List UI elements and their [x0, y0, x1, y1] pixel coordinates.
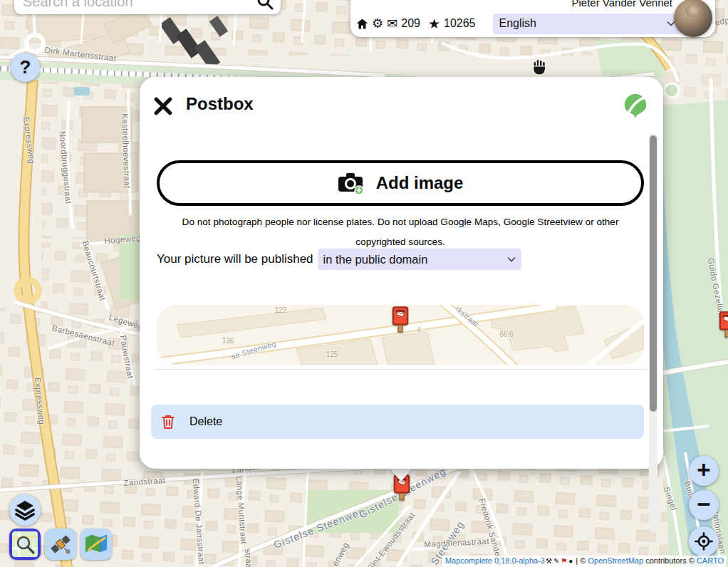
messages-icon[interactable]: ✉: [387, 17, 397, 30]
home-icon[interactable]: [356, 18, 368, 30]
license-select[interactable]: in the public domain: [318, 249, 521, 270]
search-bar: [14, 0, 281, 14]
copyright-symbol: ©: [689, 556, 695, 565]
location-minimap[interactable]: 122136125466;6se Steenwegrkstraat: [157, 305, 644, 365]
basemap-osm-button[interactable]: [9, 529, 41, 560]
copyright-symbol: ©: [580, 556, 586, 565]
popup-pointer: [388, 467, 414, 482]
layers-button[interactable]: [9, 494, 41, 526]
language-value: English: [499, 17, 536, 30]
zoom-in-button[interactable]: +: [689, 456, 719, 486]
carto-link[interactable]: CARTO: [697, 556, 724, 565]
help-button[interactable]: ?: [11, 53, 40, 82]
attribution-separator: |: [576, 556, 578, 565]
license-label: Your picture will be published: [157, 252, 313, 266]
popup-scrollbar-thumb[interactable]: [650, 135, 657, 412]
popup-header: Postbox: [140, 77, 663, 131]
chevron-down-icon: [507, 256, 516, 262]
folded-map-icon: [84, 532, 108, 556]
plus-icon: +: [697, 458, 710, 482]
contributors-text: contributors: [645, 556, 686, 565]
crosshair-icon: [695, 532, 713, 551]
zoom-out-button[interactable]: −: [689, 490, 719, 520]
user-panel: Pieter Vander Vennet ⚙ ✉ 209 ★ 10265 Eng…: [350, 0, 715, 37]
osm-link[interactable]: OpenStreetMap: [588, 556, 643, 565]
delete-label: Delete: [189, 415, 222, 428]
language-select[interactable]: English: [493, 14, 681, 34]
postbox-marker-edge[interactable]: [718, 311, 728, 338]
mapcomplete-version-link[interactable]: Mapcomplete 0.18.0-alpha-3: [445, 556, 545, 565]
globe-icon[interactable]: ●: [568, 557, 573, 565]
license-row: Your picture will be published in the pu…: [157, 249, 521, 270]
user-avatar[interactable]: [674, 0, 712, 37]
stats-icon[interactable]: ⚒: [546, 557, 552, 565]
flag-icon[interactable]: ⚑: [561, 557, 567, 565]
search-icon[interactable]: [256, 0, 274, 10]
satellite-icon: [48, 532, 73, 556]
help-label: ?: [20, 56, 31, 78]
delete-button[interactable]: Delete: [151, 405, 644, 439]
add-image-button[interactable]: Add image: [157, 160, 644, 206]
license-value: in the public domain: [323, 253, 428, 266]
divider: [154, 369, 647, 370]
trash-icon: [161, 414, 175, 430]
messages-count: 209: [401, 17, 420, 30]
postbox-popup: Postbox Add i: [140, 77, 663, 469]
image-license-notice: Do not photograph people nor license pla…: [157, 212, 644, 252]
search-input[interactable]: [14, 0, 256, 10]
pencil-icon[interactable]: ✎: [553, 557, 559, 565]
mapcomplete-logo: [622, 93, 649, 120]
layers-icon: [14, 499, 36, 521]
camera-plus-icon: [338, 172, 365, 194]
attribution-bar: Mapcomplete 0.18.0-alpha-3⚒✎⚑● | © OpenS…: [442, 556, 727, 567]
geolocate-button[interactable]: [689, 526, 719, 556]
osm-carto-icon: [12, 531, 38, 557]
basemap-satellite-button[interactable]: [45, 529, 76, 560]
minus-icon: −: [697, 492, 710, 516]
minimap-postbox-marker: [391, 306, 410, 333]
username: Pieter Vander Vennet: [572, 0, 673, 9]
popup-scrollbar[interactable]: [649, 133, 657, 532]
close-icon[interactable]: [153, 96, 173, 116]
add-image-label: Add image: [376, 173, 464, 193]
mapcomplete-app: Dirk MartensstraatBenoitlaanedpExpresswe…: [0, 0, 728, 567]
basemap-style-row: [9, 529, 112, 560]
star-icon: ★: [428, 17, 440, 31]
stars-count: 10265: [444, 17, 476, 30]
popup-title: Postbox: [186, 94, 254, 114]
basemap-map-button[interactable]: [80, 529, 112, 560]
settings-gear-icon[interactable]: ⚙: [372, 17, 383, 30]
hand-cursor-icon: [531, 57, 548, 76]
